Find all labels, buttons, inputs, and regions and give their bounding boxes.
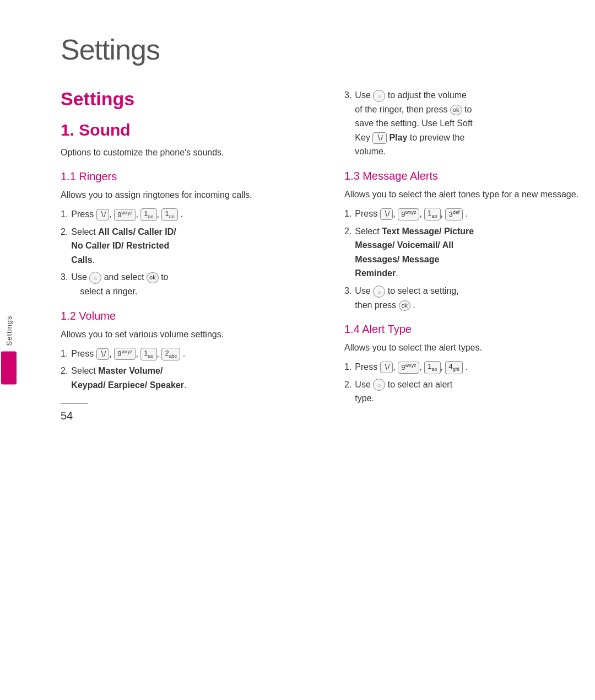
subsection-1-1-title: 1.1 Ringers	[61, 170, 311, 183]
volume-step-3: 3. Use ○ to adjust the volume of the rin…	[344, 88, 595, 159]
nav-key-v3: ○	[373, 90, 385, 102]
subsection-1-2-desc: Allows you to set various volume setting…	[61, 328, 311, 341]
main-content: Settings Settings 1. Sound Options to cu…	[28, 0, 595, 450]
subsection-1-1-desc: Allows you to assign ringtones for incom…	[61, 189, 311, 202]
ringers-steps: 1. Press ∖/, 9wxyz, 1ao, 1ao . 2. Select…	[61, 207, 311, 299]
ok-key: ok	[147, 272, 159, 283]
side-tab: Settings	[0, 316, 18, 385]
alert-steps: 1. Press ∖/, 9wxyz, 1ao, 4ghi . 2. Use ○…	[344, 360, 595, 406]
message-step-2: 2. Select Text Message/ Picture Message/…	[344, 224, 595, 281]
key-1ao-a: 1ao	[424, 361, 440, 374]
soft-key-btn-m: ∖/	[380, 208, 393, 220]
side-tab-label: Settings	[5, 316, 13, 346]
key-9wxyz-v: 9wxyz	[114, 348, 136, 360]
ringers-step-2: 2. Select All Calls/ Caller ID/No Caller…	[61, 225, 311, 267]
alert-step-2: 2. Use ○ to select an alert type.	[344, 378, 595, 406]
side-tab-bar	[1, 351, 17, 384]
left-column: Settings 1. Sound Options to customize t…	[61, 88, 311, 422]
subsection-1-4-title: 1.4 Alert Type	[344, 323, 595, 336]
key-1ao-m: 1ao	[424, 208, 440, 220]
section-1-title: 1. Sound	[61, 121, 311, 139]
section-1-desc: Options to customize the phone's sounds.	[61, 146, 311, 159]
page-number: 54	[61, 410, 311, 422]
columns-layout: Settings 1. Sound Options to customize t…	[61, 88, 595, 422]
message-step-3: 3. Use ○ to select a setting, then press…	[344, 284, 595, 312]
section-main-title: Settings	[61, 88, 311, 110]
alert-step-1: 1. Press ∖/, 9wxyz, 1ao, 4ghi .	[344, 360, 595, 374]
key-3def: 3def	[445, 208, 463, 220]
ok-key-v3: ok	[450, 105, 462, 115]
soft-key-btn-a: ∖/	[380, 362, 393, 373]
page-title: Settings	[61, 33, 595, 66]
nav-key-a2: ○	[373, 379, 385, 391]
nav-key: ○	[89, 272, 101, 284]
nav-key-m3: ○	[373, 286, 385, 298]
right-column: 3. Use ○ to adjust the volume of the rin…	[344, 88, 595, 422]
key-9wxyz-m: 9wxyz	[398, 208, 419, 220]
volume-step-2: 2. Select Master Volume/Keypad/ Earpiece…	[61, 364, 311, 392]
key-9wxyz: 9wxyz	[114, 209, 136, 221]
volume-step3-list: 3. Use ○ to adjust the volume of the rin…	[344, 88, 595, 159]
subsection-1-3-desc: Allows you to select the alert tones typ…	[344, 188, 595, 201]
message-steps: 1. Press ∖/, 9wxyz, 1ao, 3def . 2. Selec…	[344, 207, 595, 312]
volume-steps: 1. Press ∖/, 9wxyz, 1ao, 2abc . 2. Selec…	[61, 347, 311, 392]
ringers-step-3: 3. Use ○ and select ok to select a ringe…	[61, 270, 311, 298]
key-1ao-1: 1ao	[140, 208, 156, 221]
divider	[61, 403, 88, 404]
key-4ghi: 4ghi	[445, 361, 462, 374]
volume-step-1: 1. Press ∖/, 9wxyz, 1ao, 2abc .	[61, 347, 311, 361]
ok-key-m3: ok	[399, 300, 411, 311]
soft-key-btn-v: ∖/	[96, 348, 110, 360]
message-step-1: 1. Press ∖/, 9wxyz, 1ao, 3def .	[344, 207, 595, 221]
subsection-1-2-title: 1.2 Volume	[61, 310, 311, 322]
subsection-1-3-title: 1.3 Message Alerts	[344, 170, 595, 182]
key-2abc: 2abc	[161, 348, 180, 360]
soft-key-btn: ∖/	[96, 209, 110, 220]
key-1ao-2: 1ao	[161, 208, 177, 221]
subsection-1-4-desc: Allows you to select the alert types.	[344, 341, 595, 354]
key-9wxyz-a: 9wxyz	[398, 362, 419, 374]
ringers-step-1: 1. Press ∖/, 9wxyz, 1ao, 1ao .	[61, 207, 311, 222]
key-1ao-v: 1ao	[140, 348, 156, 360]
play-key: ∖/	[372, 132, 387, 144]
